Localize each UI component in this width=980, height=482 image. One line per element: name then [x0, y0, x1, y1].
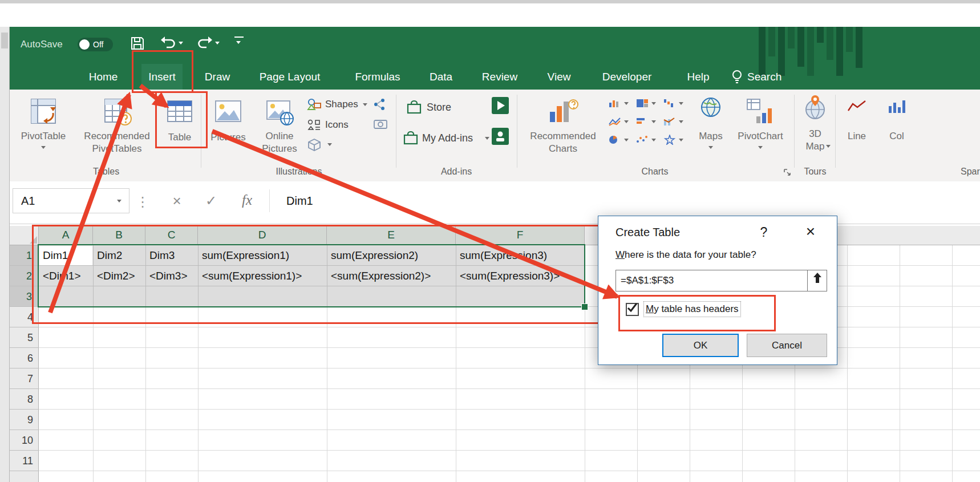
chart-combo-button[interactable]	[663, 116, 688, 131]
dialog-help-button[interactable]: ?	[754, 222, 774, 242]
pivotchart-button[interactable]: PivotChart	[730, 92, 791, 160]
pivotchart-icon	[745, 97, 776, 128]
formula-bar-grip-icon[interactable]: ⋮	[136, 191, 149, 213]
row-header-1[interactable]: 1	[10, 245, 39, 266]
tab-data[interactable]: Data	[424, 64, 457, 90]
tab-insert[interactable]: Insert	[141, 64, 183, 90]
group-label-tables: Tables	[11, 165, 201, 178]
row-header-9[interactable]: 9	[10, 410, 39, 430]
chart-radar-button[interactable]	[663, 135, 688, 149]
row-header-3[interactable]: 3	[10, 286, 39, 307]
range-picker-button[interactable]	[807, 270, 827, 291]
online-pictures-button[interactable]: Online Pictures	[252, 92, 307, 160]
pictures-button[interactable]: Pictures	[205, 92, 251, 160]
row-header-11[interactable]: 11	[10, 451, 39, 471]
sparkline-column-label: Col	[878, 130, 915, 143]
column-header-e[interactable]: E	[327, 226, 456, 245]
row-header-8[interactable]: 8	[10, 389, 39, 410]
chart-treemap-button[interactable]	[635, 98, 661, 113]
name-box[interactable]: A1	[13, 188, 129, 213]
search-box[interactable]: Search	[730, 64, 793, 90]
customize-qat-button[interactable]	[234, 37, 244, 46]
store-button[interactable]: Store	[405, 98, 479, 116]
cancel-button[interactable]: ×	[164, 188, 189, 213]
insert-function-button[interactable]: fx	[234, 188, 260, 213]
smartart-icon[interactable]	[373, 98, 388, 113]
shapes-button[interactable]: Shapes	[306, 96, 370, 113]
3d-map-button[interactable]: 3D Map	[797, 92, 833, 160]
addin-app-button-1[interactable]	[492, 97, 509, 114]
bar-chart-icon	[635, 119, 649, 128]
pivottable-button[interactable]: PivotTable	[11, 92, 75, 160]
customize-qat-icon	[234, 37, 244, 38]
3d-map-label-1: 3D	[797, 128, 833, 140]
table-button[interactable]: Table	[159, 92, 201, 160]
pictures-icon	[213, 96, 244, 129]
row-header-2[interactable]: 2	[10, 266, 39, 286]
create-table-dialog: Create Table ? × Where is the data for y…	[598, 216, 837, 365]
undo-dropdown-icon[interactable]	[179, 42, 183, 47]
autosave-toggle-knob	[79, 39, 90, 50]
tab-developer[interactable]: Developer	[596, 64, 658, 90]
table-range-input[interactable]	[615, 270, 808, 291]
formula-content[interactable]: Dim1	[286, 188, 313, 213]
column-header-d[interactable]: D	[198, 226, 327, 245]
icons-button[interactable]: Icons	[306, 116, 370, 133]
save-button[interactable]	[129, 35, 146, 52]
3d-cube-icon	[307, 138, 322, 154]
screenshot-icon[interactable]	[373, 118, 388, 132]
row-header-4[interactable]: 4	[10, 307, 39, 327]
ok-button[interactable]: OK	[662, 334, 739, 357]
addin-app-play-icon	[492, 106, 509, 116]
chart-pie-button[interactable]	[608, 135, 633, 149]
tab-formulas[interactable]: Formulas	[349, 64, 406, 90]
column-header-c[interactable]: C	[145, 226, 198, 245]
chart-scatter-button[interactable]	[635, 135, 661, 149]
tab-view[interactable]: View	[542, 64, 576, 90]
recommended-pivottables-button[interactable]: Recommended PivotTables	[76, 92, 157, 160]
enter-button[interactable]: ✓	[199, 188, 224, 213]
sparkline-line-button[interactable]: Line	[839, 95, 875, 157]
chart-column-button[interactable]	[608, 98, 633, 113]
recommended-charts-icon	[548, 97, 578, 128]
row-header-5[interactable]: 5	[10, 327, 39, 348]
chart-line-caret-icon	[624, 120, 629, 125]
column-header-f[interactable]: F	[456, 226, 585, 245]
maps-button[interactable]: Maps	[693, 92, 729, 160]
select-all-corner[interactable]	[10, 226, 39, 245]
chart-line-button[interactable]	[608, 116, 633, 131]
top-edge	[0, 0, 980, 3]
headers-checkbox-label[interactable]: My table has headers	[644, 302, 740, 317]
charts-dialog-launcher-icon[interactable]	[783, 168, 792, 179]
my-addins-button[interactable]: My Add-ins	[402, 129, 491, 147]
column-header-a[interactable]: A	[39, 226, 93, 245]
shapes-icon	[307, 98, 322, 113]
addin-app-button-2[interactable]	[492, 128, 509, 145]
recommended-charts-button[interactable]: Recommended Charts	[520, 92, 606, 160]
cancel-button[interactable]: Cancel	[747, 334, 827, 357]
range-picker-arrow-icon	[811, 277, 824, 287]
sparkline-column-button[interactable]: Col	[878, 95, 915, 157]
headers-checkbox[interactable]	[626, 303, 639, 316]
tab-home[interactable]: Home	[86, 64, 121, 90]
tab-page-layout[interactable]: Page Layout	[253, 64, 326, 90]
redo-dropdown-icon[interactable]	[215, 42, 220, 47]
3d-models-button[interactable]	[306, 137, 340, 154]
row-header-6[interactable]: 6	[10, 348, 39, 368]
fill-handle[interactable]	[581, 303, 588, 310]
left-rail-notch	[1, 33, 8, 48]
redo-button[interactable]	[196, 35, 213, 51]
3d-map-globe-pin-icon	[802, 95, 828, 123]
row-header-7[interactable]: 7	[10, 368, 39, 389]
excel-window: AutoSave Off Home Insert Draw Page Layou…	[0, 0, 980, 482]
row-header-10[interactable]: 10	[10, 430, 39, 451]
tab-draw[interactable]: Draw	[201, 64, 234, 90]
tab-review[interactable]: Review	[477, 64, 523, 90]
autosave-toggle[interactable]: Off	[78, 38, 113, 51]
chart-waterfall-button[interactable]	[663, 98, 688, 113]
dialog-close-button[interactable]: ×	[799, 221, 822, 242]
tab-help[interactable]: Help	[682, 64, 714, 90]
chart-bar-button[interactable]	[635, 116, 661, 131]
undo-button[interactable]	[160, 35, 177, 51]
column-header-b[interactable]: B	[93, 226, 145, 245]
